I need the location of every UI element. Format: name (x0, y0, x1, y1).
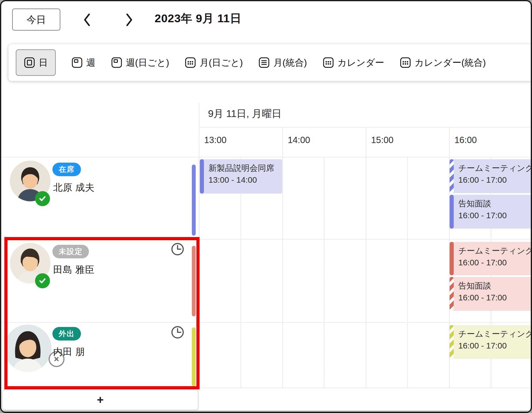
tab-week[interactable]: 週 (71, 57, 95, 69)
day-header: 9月 11日, 月曜日 (208, 107, 282, 120)
grid-line (1, 322, 532, 323)
event-border-striped (450, 325, 454, 359)
event-border-solid (450, 195, 454, 229)
calendar-combined-view-icon (399, 57, 411, 68)
status-badge: 外出 (52, 327, 81, 340)
grid-line (1, 388, 532, 388)
tab-week-label: 週 (86, 57, 95, 69)
tab-month-combined-label: 月(統合) (273, 57, 307, 69)
user-name: 田島 雅臣 (53, 263, 95, 276)
tab-week-daily-label: 週(日ごと) (126, 57, 169, 69)
event-title: 告知面談 (458, 280, 532, 292)
event-border-striped (450, 159, 454, 193)
calendar-view-icon (323, 57, 334, 68)
tab-week-daily[interactable]: 週(日ごと) (111, 57, 169, 69)
status-badge: 未設定 (52, 245, 89, 258)
event-border-striped (450, 277, 454, 311)
event-time: 16:00 - 17:00 (458, 340, 532, 352)
prev-day-button[interactable] (78, 11, 95, 28)
tab-day[interactable]: 日 (16, 49, 56, 76)
time-label-16: 16:00 (455, 135, 477, 145)
presence-check-icon (35, 273, 50, 288)
tab-month-daily[interactable]: 月(日ごと) (185, 57, 243, 69)
next-day-button[interactable] (121, 11, 138, 28)
grid-line (366, 127, 366, 388)
event-time: 16:00 - 17:00 (458, 257, 532, 269)
schedule-event[interactable]: チームミーティング 16:00 - 17:00 (450, 325, 532, 359)
event-title: 告知面談 (458, 198, 532, 210)
grid-line (1, 157, 532, 157)
event-title: 新製品説明会同席 (209, 162, 281, 174)
event-time: 16:00 - 17:00 (458, 210, 532, 221)
time-label-14: 14:00 (288, 135, 310, 145)
event-time: 16:00 - 17:00 (458, 292, 532, 304)
tab-calendar-combined[interactable]: カレンダー(統合) (399, 57, 486, 69)
bottom-scrollbar-track (1, 411, 532, 413)
schedule-event[interactable]: チームミーティング 16:00 - 17:00 (450, 159, 532, 193)
schedule-event[interactable]: 告知面談 16:00 - 17:00 (450, 195, 532, 229)
tab-day-label: 日 (39, 57, 48, 69)
user-color-bar (192, 246, 196, 316)
avatar-user-3[interactable] (4, 325, 51, 372)
user-name: 北原 成夫 (53, 181, 95, 194)
clock-icon (171, 242, 184, 256)
user-color-bar (192, 164, 196, 236)
tab-month-combined[interactable]: 月(統合) (258, 57, 307, 69)
schedule-event[interactable]: 告知面談 16:00 - 17:00 (450, 277, 532, 311)
chevron-right-icon (124, 13, 134, 27)
half-hour-grid-line (407, 157, 408, 388)
schedule-page: 今日 2023年 9月 11日 日 週 週(日ごと) 月(日ごと) 月(統合) (0, 0, 532, 413)
today-button[interactable]: 今日 (12, 9, 60, 31)
week-view-icon (71, 57, 83, 68)
user-name: 内田 朋 (53, 345, 85, 358)
tab-calendar[interactable]: カレンダー (323, 57, 384, 69)
date-title: 2023年 9月 11日 (155, 11, 242, 26)
event-border-solid (200, 159, 204, 193)
avatar-photo (4, 325, 51, 372)
status-badge: 在席 (52, 163, 81, 176)
grid-line (1, 239, 532, 240)
tab-calendar-label: カレンダー (338, 57, 384, 69)
week-daily-view-icon (111, 57, 123, 68)
user-color-bar (192, 327, 196, 386)
event-border-solid (450, 242, 454, 275)
grid-line (199, 103, 199, 388)
tab-calendar-combined-label: カレンダー(統合) (415, 57, 486, 69)
event-title: チームミーティング (458, 328, 532, 340)
day-view-icon (24, 57, 35, 68)
view-tab-bar: 日 週 週(日ごと) 月(日ごと) 月(統合) カレンダー カレンダー(統合) (9, 44, 532, 81)
grid-line (282, 127, 283, 388)
presence-check-icon (35, 191, 50, 206)
clock-icon (171, 326, 184, 339)
chevron-left-icon (82, 13, 92, 27)
schedule-event[interactable]: 新製品説明会同席 13:00 - 14:00 (200, 159, 282, 193)
grid-line (199, 127, 532, 128)
half-hour-grid-line (324, 157, 324, 388)
event-time: 16:00 - 17:00 (458, 174, 532, 186)
time-label-15: 15:00 (371, 135, 394, 145)
schedule-event[interactable]: チームミーティング 16:00 - 17:00 (450, 242, 532, 275)
month-daily-view-icon (185, 57, 196, 68)
event-title: チームミーティング (458, 162, 532, 174)
add-user-button[interactable]: + (2, 389, 198, 410)
tab-month-daily-label: 月(日ごと) (200, 57, 243, 69)
event-title: チームミーティング (458, 245, 532, 257)
event-time: 13:00 - 14:00 (209, 174, 281, 186)
month-combined-view-icon (258, 57, 270, 68)
time-label-13: 13:00 (204, 135, 227, 145)
